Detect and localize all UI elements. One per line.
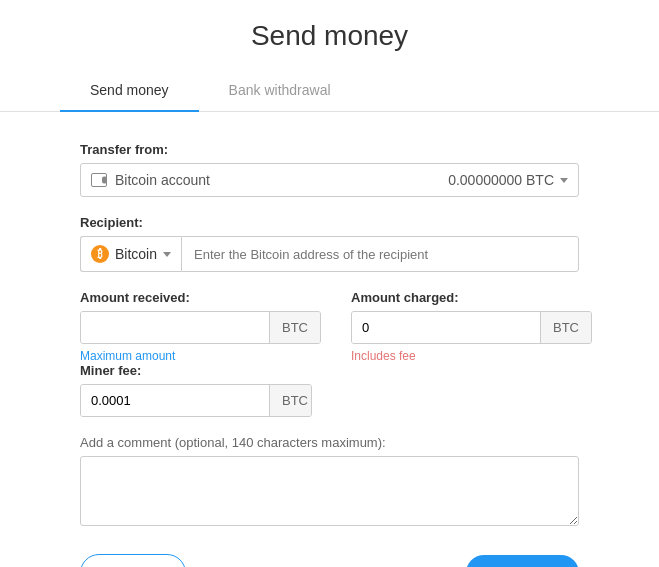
transfer-from-select[interactable]: Bitcoin account 0.00000000 BTC bbox=[80, 163, 579, 197]
amount-received-input[interactable] bbox=[81, 312, 269, 343]
comment-textarea[interactable] bbox=[80, 456, 579, 526]
form-container: Transfer from: Bitcoin account 0.0000000… bbox=[0, 142, 659, 567]
bitcoin-icon: ₿ bbox=[91, 245, 109, 263]
page-title: Send money bbox=[0, 20, 659, 52]
miner-fee-currency: BTC bbox=[269, 385, 312, 416]
account-name: Bitcoin account bbox=[115, 172, 210, 188]
recipient-label: Recipient: bbox=[80, 215, 579, 230]
transfer-from-left: Bitcoin account bbox=[91, 172, 210, 188]
send-button[interactable]: Send bbox=[466, 555, 579, 567]
amount-charged-input-row: BTC bbox=[351, 311, 592, 344]
amount-charged-input[interactable] bbox=[352, 312, 540, 343]
comment-label-main: Add a comment bbox=[80, 435, 171, 450]
miner-fee-section: Miner fee: BTC bbox=[80, 363, 579, 417]
amount-charged-label: Amount charged: bbox=[351, 290, 592, 305]
transfer-from-right: 0.00000000 BTC bbox=[448, 172, 568, 188]
recipient-section: Recipient: ₿ Bitcoin bbox=[80, 215, 579, 272]
amounts-row: Amount received: BTC Maximum amount Amou… bbox=[80, 290, 579, 363]
maximum-amount-link[interactable]: Maximum amount bbox=[80, 349, 321, 363]
miner-fee-input-row: BTC bbox=[80, 384, 312, 417]
currency-name: Bitcoin bbox=[115, 246, 157, 262]
amount-received-col: Amount received: BTC Maximum amount bbox=[80, 290, 321, 363]
wallet-icon bbox=[91, 173, 107, 187]
miner-fee-input[interactable] bbox=[81, 385, 269, 416]
tab-send-money[interactable]: Send money bbox=[60, 72, 199, 112]
includes-fee-text: Includes fee bbox=[351, 349, 592, 363]
page-container: Send money Send money Bank withdrawal Tr… bbox=[0, 0, 659, 567]
amount-received-input-row: BTC bbox=[80, 311, 321, 344]
comment-label-optional: (optional, 140 characters maximum): bbox=[171, 435, 386, 450]
cancel-button[interactable]: Cancel bbox=[80, 554, 186, 567]
comment-label: Add a comment (optional, 140 characters … bbox=[80, 435, 579, 450]
amount-received-label: Amount received: bbox=[80, 290, 321, 305]
amount-charged-currency: BTC bbox=[540, 312, 591, 343]
miner-fee-label: Miner fee: bbox=[80, 363, 579, 378]
currency-chevron-down-icon bbox=[163, 252, 171, 257]
recipient-row: ₿ Bitcoin bbox=[80, 236, 579, 272]
tabs-container: Send money Bank withdrawal bbox=[0, 72, 659, 112]
transfer-from-section: Transfer from: Bitcoin account 0.0000000… bbox=[80, 142, 579, 197]
transfer-from-label: Transfer from: bbox=[80, 142, 579, 157]
currency-selector[interactable]: ₿ Bitcoin bbox=[80, 236, 181, 272]
comment-section: Add a comment (optional, 140 characters … bbox=[80, 435, 579, 529]
amount-charged-col: Amount charged: BTC Includes fee bbox=[351, 290, 592, 363]
chevron-down-icon bbox=[560, 178, 568, 183]
account-balance: 0.00000000 BTC bbox=[448, 172, 554, 188]
tab-bank-withdrawal[interactable]: Bank withdrawal bbox=[199, 72, 361, 112]
amount-received-currency: BTC bbox=[269, 312, 320, 343]
recipient-address-input[interactable] bbox=[181, 236, 579, 272]
button-row: Cancel Send bbox=[80, 554, 579, 567]
